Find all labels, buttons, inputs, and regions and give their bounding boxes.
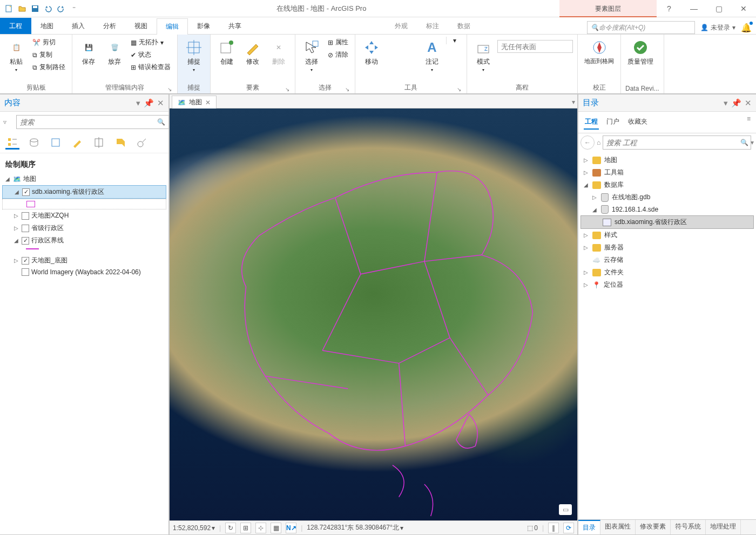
sb-grid-icon[interactable]: ▦ [271, 523, 281, 533]
filter-icon[interactable]: ▿ [3, 118, 14, 126]
layer-checkbox[interactable] [22, 212, 29, 220]
scale-display[interactable]: 1:52,820,592 ▾ [173, 524, 215, 532]
list-by-drawing-icon[interactable] [5, 136, 19, 150]
coordinates-display[interactable]: 128.7242831°东 58.3908467°北 ▾ [307, 523, 403, 532]
close-button[interactable]: ✕ [731, 0, 756, 17]
selection-count[interactable]: ⬚ 0 [527, 524, 538, 532]
home-icon[interactable]: ⌂ [597, 139, 600, 146]
dropdown-icon[interactable]: ▾ [724, 98, 728, 108]
cat-databases-node[interactable]: ◢数据库 [580, 179, 754, 191]
expander-icon[interactable]: ◢ [13, 238, 19, 243]
map-canvas[interactable]: ▭ [170, 109, 577, 520]
cat-sde-node[interactable]: ◢192.168.1.4.sde [580, 204, 754, 215]
expander-icon[interactable]: ▷ [13, 213, 19, 219]
launcher-icon[interactable]: ↘ [285, 86, 289, 92]
back-icon[interactable]: ← [580, 136, 595, 150]
discard-edits-button[interactable]: 🗑️放弃 [103, 37, 126, 69]
list-by-source-icon[interactable] [27, 136, 41, 150]
btab-geoprocessing[interactable]: 地理处理 [706, 520, 741, 534]
list-by-perception-icon[interactable] [135, 136, 149, 150]
tab-data[interactable]: 数据 [448, 18, 480, 34]
expander-icon[interactable]: ◢ [14, 189, 20, 195]
cat-maps-node[interactable]: ▷地图 [580, 154, 754, 166]
tab-view[interactable]: 视图 [125, 18, 157, 34]
map-view-tab[interactable]: 🗺️地图✕ [172, 96, 217, 109]
list-by-editing-icon[interactable] [70, 136, 84, 150]
launcher-icon[interactable]: ↘ [345, 86, 349, 92]
layer-symbol-row[interactable] [2, 199, 166, 209]
refresh-icon[interactable]: ⟳ [563, 523, 574, 533]
cat-cloud-node[interactable]: ▷☁️云存储 [580, 254, 754, 266]
layer-item[interactable]: ▷省级行政区 [2, 222, 166, 234]
cat-folders-node[interactable]: ▷文件夹 [580, 266, 754, 279]
layer-symbol-row[interactable] [2, 247, 166, 251]
delete-button[interactable]: ✕删除 [267, 37, 291, 69]
errors-button[interactable]: ⊞错误检查器 [129, 62, 173, 73]
layer-checkbox[interactable] [22, 268, 29, 276]
btab-chartprops[interactable]: 图表属性 [600, 520, 636, 534]
attributes-button[interactable]: ⊞属性 [326, 37, 350, 48]
status-button[interactable]: ✔状态 [129, 49, 173, 60]
select-button[interactable]: 选择▾ [300, 37, 323, 75]
catalog-search-input[interactable] [603, 136, 751, 150]
expander-icon[interactable]: ▷ [13, 258, 19, 263]
search-icon[interactable]: 🔍 [157, 118, 165, 126]
tab-edit[interactable]: 编辑 [157, 18, 188, 35]
create-button[interactable]: 创建 [215, 37, 239, 69]
launcher-icon[interactable]: ↘ [457, 86, 461, 92]
command-search-input[interactable]: 🔍 命令搜索(Alt+Q) [587, 21, 695, 34]
help-button[interactable]: ? [657, 0, 681, 17]
qat-save-icon[interactable] [30, 4, 40, 13]
snapping-button[interactable]: 捕捉▾ [182, 37, 206, 75]
btab-modify[interactable]: 修改要素 [636, 520, 671, 534]
qat-undo-icon[interactable] [43, 4, 53, 13]
close-icon[interactable]: ✕ [745, 98, 752, 108]
tools-gallery-more[interactable]: ▾ [446, 37, 462, 44]
contents-search-input[interactable] [16, 115, 169, 129]
qat-open-icon[interactable] [17, 4, 27, 13]
copy-button[interactable]: ⧉复制 [30, 49, 68, 60]
dropdown-icon[interactable]: ▾ [136, 98, 140, 108]
layer-item[interactable]: ▷✓天地图_底图 [2, 254, 166, 267]
pause-draw-icon[interactable]: ‖ [548, 523, 559, 533]
list-by-labeling-icon[interactable] [113, 136, 127, 150]
list-by-selection-icon[interactable] [49, 136, 63, 150]
qa-button[interactable]: 质量管理 [625, 37, 656, 69]
modify-button[interactable]: 修改 [241, 37, 265, 69]
maximize-button[interactable]: ▢ [706, 0, 731, 17]
layer-item[interactable]: ◢✓sdb.xiaoming.省级行政区 [2, 185, 166, 199]
cut-button[interactable]: ✂️剪切 [30, 37, 68, 48]
qat-customize-icon[interactable]: ⁼ [69, 4, 79, 13]
tab-map[interactable]: 地图 [31, 18, 63, 34]
ground2grid-button[interactable]: 地面到格网 [582, 37, 616, 67]
tab-appearance[interactable]: 外观 [386, 18, 417, 34]
catalog-tab-favorites[interactable]: 收藏夹 [627, 115, 649, 130]
catalog-menu-icon[interactable]: ≡ [747, 115, 751, 130]
btab-symbology[interactable]: 符号系统 [671, 520, 706, 534]
cat-featureclass-node[interactable]: sdb.xiaoming.省级行政区 [580, 215, 754, 229]
layer-checkbox[interactable]: ✓ [22, 257, 29, 265]
copypath-button[interactable]: ⧉复制路径 [30, 62, 68, 73]
list-by-snapping-icon[interactable] [92, 136, 106, 150]
sb-snap-icon[interactable]: ⊹ [255, 523, 266, 533]
sb-constraint-icon[interactable]: ⊞ [240, 523, 251, 533]
tab-labeling[interactable]: 标注 [417, 18, 448, 34]
catalog-search-menu-icon[interactable]: ▾ [751, 139, 754, 146]
notifications-icon[interactable]: 🔔 [741, 23, 752, 33]
qat-redo-icon[interactable] [56, 4, 66, 13]
catalog-tab-portal[interactable]: 门户 [605, 115, 620, 130]
cat-gdb-node[interactable]: ▷在线地图.gdb [580, 191, 754, 204]
search-icon[interactable]: 🔍 [740, 139, 748, 146]
tab-project[interactable]: 工程 [0, 18, 31, 34]
btab-catalog[interactable]: 目录 [578, 520, 600, 534]
map-root-item[interactable]: ◢🗺️地图 [2, 173, 166, 185]
qat-new-icon[interactable] [4, 4, 14, 13]
pin-icon[interactable]: 📌 [144, 98, 154, 108]
move-button[interactable]: 移动 [360, 37, 383, 69]
save-edits-button[interactable]: 💾保存 [77, 37, 100, 69]
minimize-button[interactable]: — [681, 0, 706, 17]
tab-analysis[interactable]: 分析 [94, 18, 125, 34]
layer-checkbox[interactable] [22, 225, 29, 232]
sb-rotation-icon[interactable]: ↻ [225, 523, 236, 533]
tab-share[interactable]: 共享 [219, 18, 251, 34]
